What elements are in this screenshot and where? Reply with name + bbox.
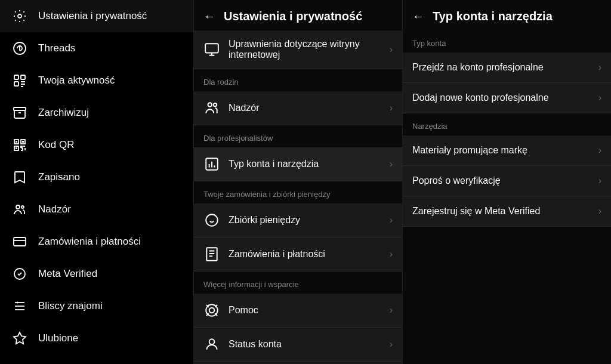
settings-item-help[interactable]: Pomoc ›	[194, 294, 402, 328]
svg-point-28	[209, 339, 215, 344]
settings-item-account-type[interactable]: Typ konta i narzędzia ›	[194, 147, 402, 181]
activity-icon	[12, 73, 27, 88]
sidebar-item-orders-label: Zamówienia i płatności	[38, 236, 141, 248]
settings-item-website-perms[interactable]: Uprawnienia dotyczące witryny internetow…	[194, 30, 402, 69]
chevron-right-icon: ›	[390, 305, 393, 316]
svg-rect-2	[14, 82, 18, 86]
sidebar-item-meta-label: Meta Verified	[38, 268, 97, 280]
right-item-verify[interactable]: Poproś o weryfikację ›	[403, 166, 611, 196]
svg-rect-20	[205, 44, 218, 53]
star-icon	[12, 331, 27, 346]
card-icon	[12, 234, 27, 249]
settings-item-fundraisers-label: Zbiórki pieniędzy	[229, 215, 381, 226]
settings-item-fundraisers[interactable]: Zbiórki pieniędzy ›	[194, 203, 402, 237]
sidebar-item-favorites[interactable]: Ulubione	[0, 322, 193, 354]
settings-item-status[interactable]: Status konta ›	[194, 328, 402, 362]
svg-point-21	[208, 103, 212, 107]
right-item-brand-content-label: Materiały promujące markę	[412, 145, 598, 156]
right-panel: ← Typ konta i narzędzia Typ konta Przejd…	[403, 0, 611, 364]
supervision-icon	[12, 202, 27, 217]
chevron-right-icon: ›	[598, 62, 601, 73]
right-item-brand-content[interactable]: Materiały promujące markę ›	[403, 135, 611, 166]
svg-point-24	[206, 214, 218, 226]
settings-item-status-label: Status konta	[229, 339, 381, 350]
section-label-family: Dla rodzin	[194, 69, 402, 91]
chevron-right-icon: ›	[390, 249, 393, 260]
svg-rect-8	[22, 141, 24, 143]
svg-point-18	[17, 302, 18, 304]
section-label-tools: Narzędzia	[403, 113, 611, 135]
meta-icon	[12, 266, 27, 282]
left-panel: Ustawienia i prywatność Threads Twoja ak…	[0, 0, 194, 364]
sidebar-item-activity[interactable]: Twoja aktywność	[0, 64, 193, 97]
chevron-right-icon: ›	[598, 145, 601, 156]
chevron-right-icon: ›	[598, 175, 601, 186]
svg-rect-25	[206, 248, 217, 261]
middle-panel-header: ← Ustawienia i prywatność	[194, 0, 402, 30]
svg-rect-13	[14, 237, 26, 246]
section-label-professionals: Dla profesjonalistów	[194, 125, 402, 147]
right-item-add-pro[interactable]: Dodaj nowe konto profesjonalne ›	[403, 83, 611, 113]
sidebar-item-threads-label: Threads	[38, 42, 75, 54]
right-item-switch-pro-label: Przejdź na konto profesjonalne	[412, 62, 598, 73]
right-item-verify-label: Poproś o weryfikację	[412, 175, 598, 186]
person-icon	[203, 336, 220, 353]
middle-back-button[interactable]: ←	[203, 10, 215, 23]
sidebar-item-settings[interactable]: Ustawienia i prywatność	[0, 0, 193, 32]
svg-rect-4	[14, 107, 26, 110]
svg-rect-3	[21, 75, 25, 79]
middle-panel-title: Ustawienia i prywatność	[224, 10, 362, 23]
chevron-right-icon: ›	[598, 206, 601, 217]
chevron-right-icon: ›	[390, 215, 393, 226]
sidebar-item-threads[interactable]: Threads	[0, 32, 193, 64]
right-item-meta-verified[interactable]: Zarejestruj się w Meta Verified ›	[403, 196, 611, 227]
svg-point-12	[21, 206, 24, 208]
svg-marker-19	[14, 332, 26, 344]
right-item-switch-pro[interactable]: Przejdź na konto profesjonalne ›	[403, 53, 611, 83]
settings-item-account-type-label: Typ konta i narzędzia	[229, 159, 381, 169]
settings-item-help-label: Pomoc	[229, 305, 381, 316]
sidebar-item-orders[interactable]: Zamówienia i płatności	[0, 226, 193, 258]
sidebar-item-meta[interactable]: Meta Verified	[0, 258, 193, 290]
section-label-orders: Twoje zamówienia i zbiórki pieniędzy	[194, 181, 402, 203]
settings-item-website-label: Uprawnienia dotyczące witryny internetow…	[229, 39, 381, 60]
sidebar-item-archive-label: Zarchiwizuj	[38, 107, 89, 119]
settings-item-supervision[interactable]: Nadzór ›	[194, 91, 402, 125]
right-panel-title: Typ konta i narzędzia	[433, 10, 553, 23]
sidebar-item-saved-label: Zapisano	[38, 171, 80, 183]
chevron-right-icon: ›	[390, 339, 393, 350]
svg-point-22	[214, 103, 217, 106]
sidebar-item-qr-label: Kod QR	[38, 139, 74, 151]
right-back-button[interactable]: ←	[412, 10, 424, 23]
receipt-icon	[203, 246, 220, 263]
circle-smile-icon	[203, 212, 220, 229]
svg-point-11	[16, 205, 20, 209]
settings-item-supervision-label: Nadzór	[229, 103, 381, 113]
sidebar-item-qr[interactable]: Kod QR	[0, 129, 193, 161]
sidebar-item-supervision[interactable]: Nadzór	[0, 193, 193, 226]
chevron-right-icon: ›	[598, 92, 601, 103]
archive-icon	[12, 105, 27, 121]
middle-panel: ← Ustawienia i prywatność Uprawnienia do…	[194, 0, 403, 364]
right-panel-header: ← Typ konta i narzędzia	[403, 0, 611, 30]
gear-icon	[12, 8, 27, 24]
list-icon	[12, 298, 27, 314]
monitor-icon	[203, 41, 220, 58]
settings-item-info[interactable]: Informacje ›	[194, 362, 402, 364]
settings-item-orders-label: Zamówienia i płatności	[229, 249, 381, 260]
sidebar-item-activity-label: Twoja aktywność	[38, 75, 115, 87]
bookmark-icon	[12, 169, 27, 185]
right-item-add-pro-label: Dodaj nowe konto profesjonalne	[412, 92, 598, 103]
sidebar-item-close-friends-label: Bliscy znajomi	[38, 300, 103, 312]
sidebar-item-saved[interactable]: Zapisano	[0, 161, 193, 193]
svg-rect-1	[14, 75, 18, 79]
sidebar-item-favorites-label: Ulubione	[38, 332, 78, 344]
sidebar-item-archive[interactable]: Zarchiwizuj	[0, 97, 193, 129]
settings-item-orders-pay[interactable]: Zamówienia i płatności ›	[194, 237, 402, 272]
svg-rect-6	[16, 141, 17, 143]
sidebar-item-settings-label: Ustawienia i prywatność	[38, 10, 147, 22]
right-item-meta-verified-label: Zarejestruj się w Meta Verified	[412, 206, 598, 217]
svg-point-27	[209, 308, 215, 313]
sidebar-item-close-friends[interactable]: Bliscy znajomi	[0, 290, 193, 322]
qr-icon	[12, 137, 27, 153]
